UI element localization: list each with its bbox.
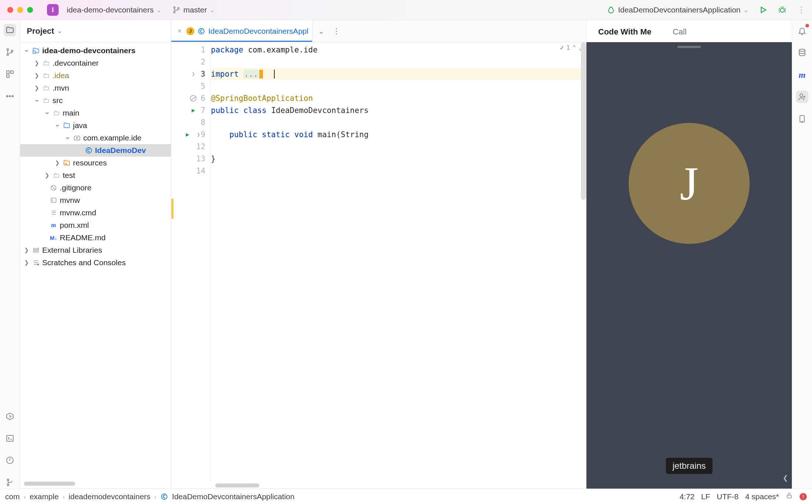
crumb[interactable]: ideademodevcontainers: [69, 492, 150, 501]
svg-rect-7: [7, 71, 9, 73]
device-tool-button[interactable]: [796, 113, 808, 125]
tree-item[interactable]: M↓README.md: [20, 231, 171, 244]
branch-dropdown[interactable]: master ⌄: [169, 4, 217, 16]
run-button[interactable]: [756, 4, 770, 15]
project-panel-header[interactable]: Project ⌄: [20, 20, 171, 42]
collapse-panel-icon[interactable]: ❮: [783, 474, 788, 482]
run-config-dropdown[interactable]: IdeaDemoDevcontainersApplication ⌄: [604, 4, 751, 16]
expand-icon[interactable]: [33, 72, 40, 79]
tree-item[interactable]: resources: [20, 157, 171, 169]
svg-point-1: [173, 11, 175, 13]
line-number: 12: [196, 142, 205, 151]
run-gutter-icon[interactable]: ▶: [184, 131, 191, 138]
inspections-widget[interactable]: ✓ 1 ⌃ ⌄: [560, 44, 582, 51]
tree-item[interactable]: .devcontainer: [20, 57, 171, 69]
fold-icon[interactable]: ❯: [190, 71, 197, 77]
project-tree[interactable]: idea-demo-devcontainers .devcontainer .i…: [20, 42, 171, 479]
services-tool-button[interactable]: [4, 410, 16, 423]
editor-horizontal-scrollbar[interactable]: [171, 483, 586, 489]
expand-icon[interactable]: [44, 172, 50, 179]
line-separator[interactable]: LF: [701, 492, 710, 501]
tree-item[interactable]: mvnw: [20, 194, 171, 207]
problems-tool-button[interactable]: [4, 454, 16, 467]
svg-marker-10: [7, 413, 13, 420]
code-editor[interactable]: 1 2 ❯3 5 6 ▶7 8 ▶❯9 12 13 14 ✓ 1 ⌃ ⌄ pac: [171, 42, 586, 483]
vcs-tool-button[interactable]: [4, 46, 16, 58]
project-dropdown[interactable]: idea-demo-devcontainers ⌄: [64, 4, 164, 16]
editor-area: ✕ J IdeaDemoDevcontainersAppl ⌄ ⋮ 1 2 ❯3…: [171, 20, 586, 489]
expand-icon[interactable]: [23, 46, 30, 55]
expand-icon[interactable]: [33, 85, 40, 91]
expand-icon[interactable]: [23, 259, 30, 266]
tablist-dropdown[interactable]: ⌄: [318, 27, 325, 36]
drag-handle-icon[interactable]: [677, 46, 701, 48]
crumb[interactable]: IdeaDemoDevcontainersApplication: [172, 492, 295, 501]
editor-tab[interactable]: ✕ J IdeaDemoDevcontainersAppl: [171, 20, 312, 42]
tree-item[interactable]: .mvn: [20, 82, 171, 94]
tree-label: .idea: [52, 71, 69, 80]
tree-item[interactable]: .idea: [20, 69, 171, 82]
close-tab-icon[interactable]: ✕: [177, 28, 182, 34]
tree-item[interactable]: com.example.ide: [20, 132, 171, 144]
readonly-icon[interactable]: [786, 492, 793, 501]
git-tool-button[interactable]: [4, 476, 16, 489]
code-fold[interactable]: ...: [244, 70, 259, 78]
more-vertical-icon[interactable]: ⋮: [333, 27, 340, 36]
editor-vertical-scrollbar[interactable]: [581, 42, 586, 483]
expand-icon[interactable]: [64, 134, 71, 142]
indent-settings[interactable]: 4 spaces*: [745, 492, 779, 501]
tree-item-selected[interactable]: IdeaDemoDev: [20, 144, 171, 157]
expand-icon[interactable]: [44, 109, 50, 117]
gutter-icon[interactable]: [190, 95, 197, 102]
debug-button[interactable]: [775, 4, 789, 15]
project-name: idea-demo-devcontainers: [67, 6, 154, 14]
maven-tool-button[interactable]: m: [796, 69, 808, 81]
project-tool-button[interactable]: [4, 24, 16, 36]
notifications-button[interactable]: [796, 25, 808, 37]
expand-icon[interactable]: [54, 121, 61, 130]
expand-icon[interactable]: [33, 60, 40, 66]
tree-root[interactable]: idea-demo-devcontainers: [20, 44, 171, 57]
tree-item[interactable]: main: [20, 107, 171, 119]
class-icon: [160, 493, 168, 501]
package-icon: [73, 134, 81, 142]
database-tool-button[interactable]: [796, 47, 808, 59]
expand-icon[interactable]: [33, 96, 40, 105]
minimize-icon[interactable]: [17, 7, 23, 13]
cwm-tabs: Code With Me Call: [586, 20, 792, 42]
tree-item[interactable]: mpom.xml: [20, 219, 171, 231]
crumb[interactable]: com: [5, 492, 20, 501]
code-token: IdeaDemoDevcontainers: [271, 106, 369, 115]
code-content[interactable]: ✓ 1 ⌃ ⌄ package com.example.ide import .…: [211, 42, 586, 483]
tree-item[interactable]: src: [20, 94, 171, 107]
expand-icon[interactable]: [54, 160, 61, 166]
tree-item[interactable]: .gitignore: [20, 182, 171, 194]
tree-item[interactable]: External Libraries: [20, 244, 171, 256]
expand-icon[interactable]: [23, 247, 30, 253]
caret: [274, 70, 275, 78]
tree-label: External Libraries: [42, 246, 102, 255]
participant-avatar: J: [629, 123, 750, 244]
run-gutter-icon[interactable]: ▶: [190, 107, 197, 114]
svg-point-2: [178, 7, 179, 9]
close-icon[interactable]: [7, 7, 13, 13]
tree-horizontal-scrollbar[interactable]: [24, 482, 167, 486]
tree-item[interactable]: test: [20, 169, 171, 182]
terminal-tool-button[interactable]: [4, 432, 16, 445]
cwm-tool-button[interactable]: [796, 91, 808, 103]
file-encoding[interactable]: UTF-8: [717, 492, 739, 501]
breadcrumb[interactable]: com› example› ideademodevcontainers› Ide…: [5, 492, 295, 501]
fullscreen-icon[interactable]: [27, 7, 33, 13]
crumb[interactable]: example: [30, 492, 59, 501]
more-tool-button[interactable]: •••: [4, 90, 16, 102]
tab-call[interactable]: Call: [663, 27, 696, 42]
problems-indicator[interactable]: !: [800, 493, 807, 500]
tree-item[interactable]: mvnw.cmd: [20, 207, 171, 219]
tab-code-with-me[interactable]: Code With Me: [589, 27, 661, 42]
more-button[interactable]: ⋮: [794, 4, 808, 16]
cursor-position[interactable]: 4:72: [680, 492, 695, 501]
tree-item[interactable]: Scratches and Consoles: [20, 256, 171, 269]
tree-item[interactable]: java: [20, 119, 171, 132]
structure-tool-button[interactable]: [4, 68, 16, 80]
up-icon[interactable]: ⌃: [572, 44, 576, 51]
